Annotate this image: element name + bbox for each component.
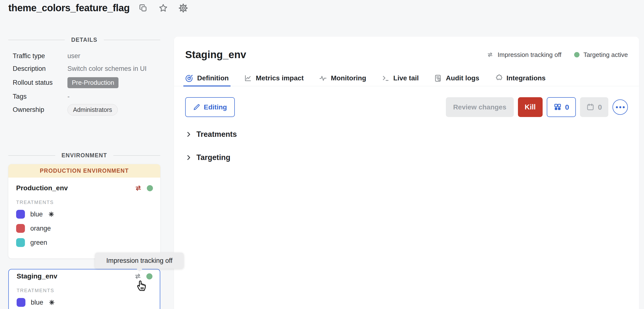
- production-env-card[interactable]: PRODUCTION ENVIRONMENT Production_env TR…: [8, 164, 160, 258]
- impression-tracking-label: Impression tracking off: [498, 51, 562, 58]
- tab-monitoring[interactable]: Monitoring: [319, 70, 366, 86]
- definition-toolbar: Editing Review changes Kill 0: [185, 97, 628, 117]
- impression-tracking-icon: [486, 51, 494, 58]
- title-actions: [138, 4, 188, 13]
- treatment-name: blue: [30, 210, 43, 218]
- treatment-row-orange: orange: [16, 224, 153, 233]
- targeting-section-toggle[interactable]: Targeting: [185, 152, 628, 164]
- editing-button[interactable]: Editing: [185, 97, 235, 117]
- treatments-heading: TREATMENTS: [16, 288, 152, 293]
- ellipsis-icon: [619, 106, 621, 108]
- traffic-type-label: Traffic type: [13, 50, 68, 62]
- tab-integrations[interactable]: Integrations: [494, 70, 546, 86]
- favorite-button[interactable]: [158, 4, 168, 13]
- puzzle-icon: [494, 74, 503, 82]
- environment-title: Staging_env: [185, 49, 246, 60]
- production-env-status-icons: [134, 184, 153, 192]
- tab-label: Monitoring: [331, 74, 366, 82]
- tags-value: -: [68, 90, 160, 103]
- rollout-status-label: Rollout status: [13, 75, 68, 90]
- targeting-section-label: Targeting: [196, 153, 230, 162]
- traffic-type-value: user: [68, 50, 160, 62]
- environment-status-group: Impression tracking off Targeting active: [486, 51, 628, 58]
- definition-icon: [185, 74, 194, 82]
- tab-label: Audit logs: [446, 74, 479, 82]
- treatment-name: green: [30, 239, 47, 246]
- targeting-active-dot: [147, 185, 153, 191]
- copy-icon: [138, 4, 148, 13]
- settings-button[interactable]: [178, 4, 188, 13]
- treatments-heading: TREATMENTS: [16, 200, 153, 205]
- tab-live-tail[interactable]: Live tail: [381, 70, 419, 86]
- ellipsis-icon: [616, 106, 618, 108]
- production-env-banner: PRODUCTION ENVIRONMENT: [8, 164, 160, 178]
- treatment-row-blue: blue: [16, 210, 153, 219]
- page-title: theme_colors_feature_flag: [8, 2, 130, 14]
- toolbar-actions: Review changes Kill 0 0: [446, 97, 628, 117]
- impression-tracking-tooltip: Impression tracking off: [95, 252, 184, 269]
- editing-label: Editing: [204, 103, 227, 111]
- pulse-icon: [319, 74, 327, 82]
- schedule-count-button[interactable]: 0: [580, 97, 608, 117]
- chevron-right-icon: [185, 154, 192, 161]
- environment-detail-panel: Staging_env Impression tracking off Targ…: [174, 37, 639, 309]
- targeting-active-dot: [574, 52, 580, 58]
- production-env-name: Production_env: [16, 184, 68, 192]
- environment-tabs: Definition Metrics impact Monitoring Liv…: [174, 70, 639, 86]
- treatment-swatch: [16, 238, 25, 247]
- more-actions-button[interactable]: [612, 100, 628, 115]
- default-treatment-icon: [48, 299, 55, 306]
- divider-line: [8, 155, 55, 156]
- schedule-count: 0: [598, 103, 602, 112]
- copy-name-button[interactable]: [138, 4, 148, 13]
- ellipsis-icon: [623, 106, 625, 108]
- treatment-name: orange: [30, 225, 51, 232]
- review-changes-button[interactable]: Review changes: [446, 97, 514, 117]
- rules-count-button[interactable]: 0: [547, 97, 576, 117]
- feature-flag-page: theme_colors_feature_flag DETAILS: [0, 0, 644, 309]
- environment-heading: ENVIRONMENT: [55, 152, 113, 159]
- tab-label: Integrations: [506, 74, 546, 82]
- review-changes-label: Review changes: [453, 103, 506, 111]
- targeting-status-label: Targeting active: [584, 51, 628, 58]
- staging-env-name: Staging_env: [16, 272, 57, 280]
- audit-log-icon: [434, 74, 442, 82]
- tab-label: Definition: [197, 74, 229, 82]
- calendar-icon: [586, 103, 594, 111]
- treatments-section-toggle[interactable]: Treatments: [185, 128, 628, 140]
- details-grid: Traffic type user Description Switch col…: [8, 50, 160, 116]
- ownership-pill[interactable]: Administrators: [68, 104, 118, 116]
- treatment-swatch: [16, 224, 25, 233]
- tab-metrics-impact[interactable]: Metrics impact: [244, 70, 304, 86]
- impression-tracking-status: Impression tracking off: [486, 51, 562, 58]
- tooltip-text: Impression tracking off: [106, 257, 172, 264]
- terminal-icon: [381, 74, 390, 82]
- tags-label: Tags: [13, 90, 68, 103]
- treatment-name: blue: [31, 299, 43, 306]
- impression-tracking-icon[interactable]: [134, 184, 142, 192]
- targeting-status: Targeting active: [574, 51, 628, 58]
- environment-section-divider: ENVIRONMENT: [8, 152, 160, 159]
- description-label: Description: [13, 62, 68, 75]
- treatment-row-blue: blue: [16, 298, 152, 307]
- tab-definition[interactable]: Definition: [185, 70, 229, 86]
- production-env-body: Production_env TREATMENTS blue orange: [8, 178, 160, 258]
- ownership-label: Ownership: [13, 103, 68, 116]
- treatment-swatch: [16, 298, 26, 307]
- tab-audit-logs[interactable]: Audit logs: [434, 70, 479, 86]
- details-heading: DETAILS: [65, 37, 104, 43]
- pencil-icon: [193, 104, 200, 111]
- hand-cursor: [135, 278, 148, 293]
- treatment-swatch: [16, 210, 25, 218]
- grid-icon: [554, 103, 562, 111]
- divider-line: [104, 40, 160, 40]
- kill-button[interactable]: Kill: [518, 97, 542, 117]
- star-icon: [158, 4, 168, 13]
- metrics-chart-icon: [244, 74, 252, 82]
- divider-line: [8, 40, 65, 40]
- treatment-row-green: green: [16, 238, 153, 247]
- ownership-cell: Administrators: [68, 103, 160, 116]
- environment-header: Staging_env Impression tracking off Targ…: [185, 37, 628, 60]
- rollout-status-cell: Pre-Production: [68, 75, 160, 90]
- details-section-divider: DETAILS: [8, 37, 160, 43]
